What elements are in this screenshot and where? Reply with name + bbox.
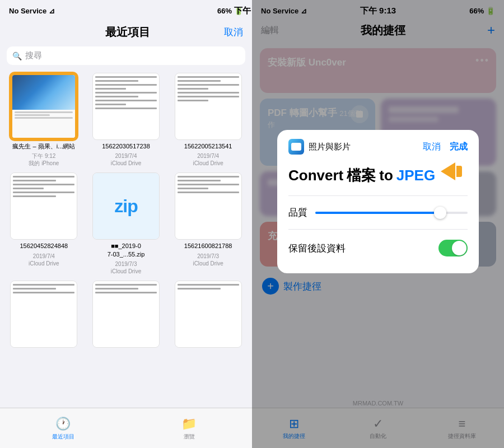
left-panel: No Service ⊿ 下午 9:13 66% 🔋 最近項目 取消 🔍 搜尋 (0, 0, 252, 448)
list-item[interactable]: zip ■■_2019-07-03_...55.zip 2019/7/3iClo… (88, 172, 165, 275)
file-thumbnail[interactable] (92, 281, 160, 348)
arrow-icon (441, 162, 455, 180)
file-name: 15620452824848 (20, 242, 68, 250)
popup-app-name: 照片與影片 (309, 142, 351, 152)
left-nav-title: 最近項目 (31, 25, 224, 40)
popup-divider-2 (288, 229, 468, 230)
cancel-button[interactable]: 取消 (224, 26, 243, 39)
file-thumbnail[interactable] (10, 172, 77, 240)
search-input[interactable]: 搜尋 (25, 50, 42, 61)
popup-title-row: 照片與影片 (288, 139, 351, 155)
file-meta: 2019/7/4iCloud Drive (111, 152, 141, 167)
file-name: ■■_2019-07-03_...55.zip (108, 242, 145, 258)
search-bar[interactable]: 🔍 搜尋 (7, 46, 245, 65)
file-name: 15622005213541 (184, 142, 232, 150)
folder-icon: 📁 (181, 416, 197, 432)
file-name: 15621600821788 (184, 242, 232, 250)
list-item[interactable] (6, 281, 82, 348)
clock-icon: 🕐 (55, 416, 71, 432)
popup-divider (288, 195, 468, 196)
list-item[interactable]: 15620452824848 2019/7/4iCloud Drive (6, 172, 82, 275)
search-icon: 🔍 (12, 52, 22, 60)
quality-slider[interactable] (315, 212, 468, 214)
list-item[interactable]: 瘋先生 – 蘋果、i...網站 下午 9:12我的 iPhone (6, 73, 82, 167)
zip-icon: zip (93, 173, 159, 239)
quality-row: 品質 (288, 200, 468, 225)
file-meta: 2019/7/3iCloud Drive (193, 253, 223, 267)
file-meta: 2019/7/4iCloud Drive (29, 253, 59, 267)
popup-overlay: 照片與影片 取消 完成 Convert 檔案 to JPEG (252, 0, 504, 448)
app-icon (288, 139, 304, 155)
list-item[interactable]: 15622030517238 2019/7/4iCloud Drive (88, 73, 165, 167)
left-tab-bar: 🕐 最近項目 📁 瀏覽 (0, 408, 252, 448)
slider-track[interactable] (315, 212, 468, 214)
right-panel: No Service ⊿ 下午 9:13 66% 🔋 編輯 我的捷徑 + 安裝新… (252, 0, 504, 448)
left-time: 下午 9:13 (234, 6, 252, 16)
file-thumbnail[interactable] (175, 281, 242, 348)
left-battery-pct: 66% (217, 7, 232, 15)
popup-header: 照片與影片 取消 完成 (288, 139, 468, 155)
left-wifi-icon: ⊿ (49, 7, 55, 15)
file-thumbnail[interactable] (175, 172, 242, 240)
arrow-indicator (441, 162, 455, 180)
slider-fill (315, 212, 440, 214)
popup-cancel-button[interactable]: 取消 (423, 141, 441, 153)
convert-label: Convert (288, 167, 343, 184)
list-item[interactable] (170, 281, 246, 348)
toggle-thumb (452, 241, 466, 255)
file-meta: 2019/7/4iCloud Drive (193, 152, 223, 167)
tab-browse[interactable]: 📁 瀏覽 (126, 416, 252, 441)
file-name: 15622030517238 (102, 142, 150, 150)
popup-done-button[interactable]: 完成 (450, 141, 468, 153)
left-no-service: No Service (9, 7, 46, 15)
keep-meta-row: 保留後設資料 (288, 234, 468, 262)
left-status-info: No Service ⊿ (9, 7, 55, 15)
file-grid: 瘋先生 – 蘋果、i...網站 下午 9:12我的 iPhone 1562203… (0, 68, 252, 408)
popup-actions: 取消 完成 (423, 141, 468, 153)
left-status-bar: No Service ⊿ 下午 9:13 66% 🔋 (0, 0, 252, 20)
to-label: to (379, 167, 393, 184)
format-value[interactable]: JPEG (396, 167, 435, 184)
file-thumbnail[interactable] (10, 281, 77, 348)
quality-label: 品質 (288, 206, 307, 219)
convert-popup: 照片與影片 取消 完成 Convert 檔案 to JPEG (277, 130, 479, 273)
file-thumbnail[interactable] (92, 73, 160, 140)
file-meta: 下午 9:12我的 iPhone (29, 152, 59, 167)
left-nav-header: 最近項目 取消 (0, 20, 252, 43)
photos-icon (291, 143, 301, 151)
slider-thumb[interactable] (434, 207, 446, 219)
keep-meta-label: 保留後設資料 (288, 242, 346, 255)
arrow-tail (456, 166, 462, 177)
list-item[interactable] (88, 281, 165, 348)
search-bar-wrap: 🔍 搜尋 (0, 43, 252, 68)
tab-recent[interactable]: 🕐 最近項目 (0, 416, 126, 441)
tab-recent-label: 最近項目 (52, 433, 74, 441)
file-thumbnail[interactable]: zip (92, 172, 160, 240)
keep-meta-toggle[interactable] (438, 240, 468, 256)
file-thumbnail[interactable] (10, 73, 77, 140)
popup-convert-row: Convert 檔案 to JPEG (288, 162, 468, 185)
file-meta: 2019/7/3iCloud Drive (111, 260, 141, 275)
file-name: 瘋先生 – 蘋果、i...網站 (12, 142, 75, 150)
list-item[interactable]: 15622005213541 2019/7/4iCloud Drive (170, 73, 246, 167)
file-thumbnail[interactable] (175, 73, 242, 140)
file-label: 檔案 (347, 166, 376, 185)
tab-browse-label: 瀏覽 (184, 433, 195, 441)
list-item[interactable]: 15621600821788 2019/7/3iCloud Drive (170, 172, 246, 275)
